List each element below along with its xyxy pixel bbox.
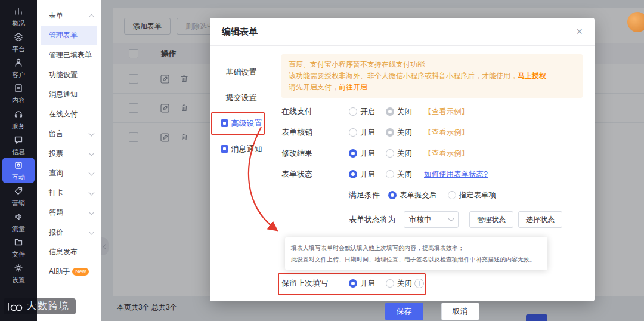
radio-off[interactable]: 关闭 [386,107,412,117]
radio-on[interactable]: 开启 [349,107,375,117]
tab-message-notify[interactable]: 消息通知 [210,136,273,162]
submenu-item-feature-settings[interactable]: 功能设置 [37,65,101,85]
submenu-item-manage-filled-forms[interactable]: 管理已填表单 [37,45,101,65]
radio-off[interactable]: 关闭 [386,279,412,289]
radio-icon [386,170,394,178]
submenu-item-online-payment[interactable]: 在线支付 [37,104,101,124]
advanced-settings-pane: 百度、支付宝小程序暂不支持在线支付功能 该功能需要授权非海外、非个人微信小程序或… [273,46,595,301]
sidebar-item-settings[interactable]: 设置 [2,260,35,286]
close-icon[interactable]: × [576,26,583,37]
field-keep-last-fill: 保留上次填写 开启 关闭 i [281,276,583,291]
radio-icon [386,149,394,158]
radio-icon [349,149,357,158]
cancel-button[interactable]: 取消 [441,303,479,320]
sidebar-item-services[interactable]: 服务 [2,106,35,132]
submenu-group-comments[interactable]: 留言 [37,124,101,144]
sidebar-item-label: 营销 [12,200,25,206]
radio-specified-item[interactable]: 指定表单项 [448,190,497,200]
field-label: 表单状态 [281,169,349,180]
radio-icon [386,279,394,288]
submenu-label: AI助手 [49,267,70,277]
save-button[interactable]: 保存 [385,303,423,320]
submenu-group-query[interactable]: 查询 [37,163,101,183]
submenu-item-ai-assistant[interactable]: AI助手 New [37,262,101,282]
document-icon [14,84,23,95]
submenu-item-manage-forms[interactable]: 管理表单 [41,26,97,45]
tab-new-icon [221,145,228,153]
tab-label: 提交设置 [226,92,257,103]
sidebar-item-traffic[interactable]: 流量 [2,209,35,234]
enable-payment-link[interactable]: 前往开启 [339,83,367,91]
submenu-label: 消息通知 [49,89,78,100]
tab-label: 消息通知 [231,144,262,155]
sidebar-item-marketing[interactable]: 营销 [2,183,35,209]
submenu-group-checkin[interactable]: 打卡 [37,183,101,203]
view-example-link[interactable]: 【查看示例】 [424,149,469,159]
tooltip-line: 填表人填写表单时会默认填入他上次填写的内容，提高填表效率； [291,242,541,254]
sidebar-item-files[interactable]: 文件 [2,234,35,260]
view-example-link[interactable]: 【查看示例】 [424,107,469,117]
sidebar-item-overview[interactable]: 概况 [2,4,35,29]
field-label: 满足条件 [349,190,380,200]
field-status-will-be: 表单状态将为 审核中 管理状态 选择状态 [281,211,583,229]
submenu-item-message-notify[interactable]: 消息通知 [37,85,101,104]
sidebar-item-label: 客户 [12,72,25,78]
radio-on[interactable]: 开启 [349,169,375,180]
field-label: 保留上次填写 [281,278,349,289]
submenu-group-votes[interactable]: 投票 [37,144,101,163]
info-icon[interactable]: i [414,279,424,288]
layers-icon [14,32,23,44]
chart-icon [14,7,23,18]
sidebar-item-platform[interactable]: 平台 [2,29,35,55]
sidebar-item-messages[interactable]: 信息 [2,132,35,158]
sidebar-item-label: 服务 [12,123,25,129]
radio-off[interactable]: 关闭 [386,169,412,180]
field-label: 在线支付 [281,106,349,117]
megaphone-icon [14,212,23,224]
sidebar-item-label: 设置 [12,277,25,283]
status-select[interactable]: 审核中 [404,211,459,228]
sidebar-item-interaction[interactable]: 互动 [2,158,35,183]
submenu-item-info-publish[interactable]: 信息发布 [37,242,101,262]
field-form-status: 表单状态 开启 关闭 如何使用表单状态? [281,167,583,181]
user-avatar[interactable] [627,12,644,32]
submenu-group-quotation[interactable]: 报价 [37,223,101,242]
field-online-payment: 在线支付 开启 关闭 【查看示例】 [281,104,583,119]
chevron-down-icon [89,209,95,215]
submenu-group-quiz[interactable]: 答题 [37,203,101,223]
tooltip-line: 此设置对文件上传、日期时间、地理位置、电子签名以及检查项组件中补充描述的内容无效… [291,254,541,265]
tab-basic-settings[interactable]: 基础设置 [210,59,273,85]
tag-icon [14,186,23,198]
radio-on[interactable]: 开启 [349,149,375,159]
tab-label: 基础设置 [226,67,257,78]
manage-status-button[interactable]: 管理状态 [469,211,513,228]
submenu-label: 在线支付 [49,109,78,119]
chevron-down-icon [89,130,95,136]
submenu-group-forms[interactable]: 表单 [37,6,101,26]
form-status-help-link[interactable]: 如何使用表单状态? [424,169,488,180]
tab-new-icon [221,119,228,127]
folder-icon [14,237,23,249]
submenu-label: 报价 [49,227,63,237]
tab-submit-settings[interactable]: 提交设置 [210,85,273,110]
sidebar-item-content[interactable]: 内容 [2,81,35,106]
radio-off[interactable]: 关闭 [386,128,412,138]
status-select-value: 审核中 [409,215,432,225]
field-label: 修改结果 [281,148,349,159]
radio-after-submit[interactable]: 表单提交后 [388,190,437,200]
primary-sidebar: 概况 平台 客户 内容 服务 信息 互动 营销 流量 文件 设置 [0,0,37,321]
radio-icon [349,170,357,178]
submenu-label: 查询 [49,168,63,178]
submenu-label: 表单 [49,11,63,21]
choose-status-button[interactable]: 选择状态 [518,211,562,228]
sidebar-item-customers[interactable]: 客户 [2,55,35,81]
headset-icon [14,109,23,121]
radio-off[interactable]: 关闭 [386,149,412,159]
tab-advanced-settings[interactable]: 高级设置 [210,110,273,136]
view-example-link[interactable]: 【查看示例】 [424,128,469,138]
authorize-link[interactable]: 马上授权 [518,72,546,80]
notice-line: 请先开启支付，前往开启 [289,82,575,93]
radio-on[interactable]: 开启 [349,279,375,289]
radio-on[interactable]: 开启 [349,128,375,138]
radio-icon [388,191,397,199]
